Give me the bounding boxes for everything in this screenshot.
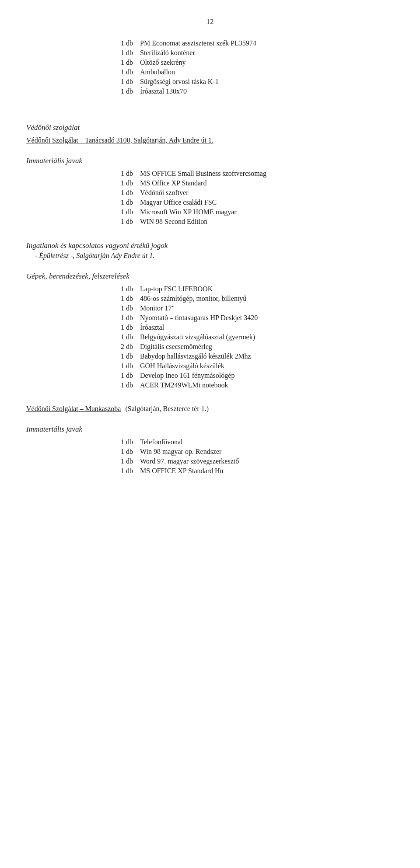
vedoi-szolgalat-heading: Védőnői szolgálat <box>26 123 394 132</box>
item-desc: PM Economat asszisztensi szék PL35974 <box>140 39 394 47</box>
list-item: 1 db Babydop hallásvizsgáló készülék 2Mh… <box>114 352 394 360</box>
item-qty: 1 db <box>114 362 140 370</box>
item-desc: Word 97. magyar szövegszerkesztő <box>140 457 394 465</box>
list-item: 1 db Develop Ineo 161 fénymásológép <box>114 372 394 380</box>
vedoi-munkaszoba-heading-row: Védőnői Szolgálat – Munkaszoba (Salgótar… <box>26 405 394 413</box>
item-desc: Microsoft Win XP HOME magyar <box>140 208 394 216</box>
immateriális-javak-list-1: 1 db MS OFFICE Small Business szoftvercs… <box>114 170 394 226</box>
gepek-heading: Gépek, berendezések, felszerelések <box>26 272 394 281</box>
item-desc: Monitor 17" <box>140 304 394 312</box>
gepek-list: 1 db Lap-top FSC LIFEBOOK 1 db 486-os sz… <box>114 285 394 389</box>
item-qty: 2 db <box>114 343 140 351</box>
item-qty: 1 db <box>114 218 140 226</box>
item-qty: 1 db <box>114 467 140 475</box>
item-qty: 1 db <box>114 438 140 446</box>
page-number: 12 <box>26 17 394 26</box>
item-desc: Belgyógyászati vizsgálóasztal (gyermek) <box>140 333 394 341</box>
item-desc: Magyar Office családi FSC <box>140 199 394 206</box>
item-qty: 1 db <box>114 68 140 76</box>
vedoi-munkaszoba-heading: Védőnői Szolgálat – Munkaszoba <box>26 405 121 412</box>
item-desc: Develop Ineo 161 fénymásológép <box>140 372 394 380</box>
item-desc: ACER TM249WLMi notebook <box>140 381 394 389</box>
item-qty: 1 db <box>114 457 140 465</box>
item-qty: 1 db <box>114 199 140 206</box>
list-item: 1 db Belgyógyászati vizsgálóasztal (gyer… <box>114 333 394 341</box>
list-item: 1 db Sürgősségi orvosi táska K-1 <box>114 78 394 86</box>
item-qty: 1 db <box>114 208 140 216</box>
list-item: 1 db ACER TM249WLMi notebook <box>114 381 394 389</box>
item-qty: 1 db <box>114 304 140 312</box>
list-item: 1 db Öltöző szekrény <box>114 59 394 66</box>
item-qty: 1 db <box>114 87 140 95</box>
item-qty: 1 db <box>114 352 140 360</box>
item-qty: 1 db <box>114 295 140 303</box>
item-qty: 1 db <box>114 39 140 47</box>
list-item: 1 db Word 97. magyar szövegszerkesztő <box>114 457 394 465</box>
list-item: 1 db GOH Hallásvizsgáló készülék <box>114 362 394 370</box>
immateriális-javak-list-2: 1 db Telefonfővonal 1 db Win 98 magyar o… <box>114 438 394 475</box>
item-qty: 1 db <box>114 285 140 293</box>
item-qty: 1 db <box>114 179 140 187</box>
ingatlanok-heading-text: Ingatlanok és kapcsolatos vagyoni értékű… <box>26 241 168 250</box>
item-desc: Öltöző szekrény <box>140 59 394 66</box>
list-item: 1 db Nyomtató – tintasugaras HP Deskjet … <box>114 314 394 322</box>
item-desc: Babydop hallásvizsgáló készülék 2Mhz <box>140 352 394 360</box>
item-desc: Ambuballon <box>140 68 394 76</box>
list-item: 1 db Win 98 magyar op. Rendszer <box>114 448 394 456</box>
item-qty: 1 db <box>114 314 140 322</box>
list-item: 1 db Íróasztal 130x70 <box>114 87 394 95</box>
list-item: 1 db Telefonfővonal <box>114 438 394 446</box>
item-desc: Win 98 magyar op. Rendszer <box>140 448 394 456</box>
ingatlanok-subheading: - Épületrész -, Salgótarján Ady Endre út… <box>35 252 394 260</box>
item-qty: 1 db <box>114 381 140 389</box>
list-item: 1 db MS OFFICE Small Business szoftvercs… <box>114 170 394 178</box>
item-desc: GOH Hallásvizsgáló készülék <box>140 362 394 370</box>
vedoi-munkaszoba-subheading-extra: (Salgótarján, Beszterce tér 1.) <box>125 405 209 412</box>
list-item: 1 db Ambuballon <box>114 68 394 76</box>
list-item: 1 db Microsoft Win XP HOME magyar <box>114 208 394 216</box>
item-qty: 1 db <box>114 324 140 331</box>
item-desc: Védőnői szoftver <box>140 189 394 197</box>
item-desc: Sürgősségi orvosi táska K-1 <box>140 78 394 86</box>
item-desc: Íróasztal <box>140 324 394 331</box>
item-desc: MS OFFICE Small Business szoftvercsomag <box>140 170 394 178</box>
item-qty: 1 db <box>114 170 140 178</box>
intro-items-list: 1 db PM Economat asszisztensi szék PL359… <box>114 39 394 95</box>
list-item: 1 db Íróasztal <box>114 324 394 331</box>
item-qty: 1 db <box>114 333 140 341</box>
item-desc: Telefonfővonal <box>140 438 394 446</box>
vedoi-szolgalat-subheading: Védőnői Szolgálat – Tanácsadó 3100, Salg… <box>26 136 394 144</box>
item-desc: Digitális csecsemőmérleg <box>140 343 394 351</box>
item-desc: WIN 98 Second Edition <box>140 218 394 226</box>
immateriális-javak-heading-2: Immateriális javak <box>26 425 394 434</box>
vedoi-szolgalat-subheading-text: Védőnői Szolgálat – Tanácsadó 3100, Salg… <box>26 136 214 144</box>
item-qty: 1 db <box>114 59 140 66</box>
item-qty: 1 db <box>114 372 140 380</box>
item-desc: Lap-top FSC LIFEBOOK <box>140 285 394 293</box>
item-desc: Sterilizáló konténer <box>140 49 394 57</box>
item-desc: Nyomtató – tintasugaras HP Deskjet 3420 <box>140 314 394 322</box>
list-item: 1 db Lap-top FSC LIFEBOOK <box>114 285 394 293</box>
item-qty: 1 db <box>114 448 140 456</box>
list-item: 1 db MS OFFICE XP Standard Hu <box>114 467 394 475</box>
item-desc: 486-os számítógép, monitor, billentyű <box>140 295 394 303</box>
list-item: 1 db WIN 98 Second Edition <box>114 218 394 226</box>
list-item: 1 db PM Economat asszisztensi szék PL359… <box>114 39 394 47</box>
list-item: 1 db Monitor 17" <box>114 304 394 312</box>
list-item: 2 db Digitális csecsemőmérleg <box>114 343 394 351</box>
immateriális-javak-heading-1: Immateriális javak <box>26 157 394 165</box>
item-desc: Íróasztal 130x70 <box>140 87 394 95</box>
item-qty: 1 db <box>114 49 140 57</box>
list-item: 1 db 486-os számítógép, monitor, billent… <box>114 295 394 303</box>
item-qty: 1 db <box>114 78 140 86</box>
item-qty: 1 db <box>114 189 140 197</box>
item-desc: MS OFFICE XP Standard Hu <box>140 467 394 475</box>
list-item: 1 db Sterilizáló konténer <box>114 49 394 57</box>
list-item: 1 db Magyar Office családi FSC <box>114 199 394 206</box>
ingatlanok-heading: Ingatlanok és kapcsolatos vagyoni értékű… <box>26 241 394 250</box>
item-desc: MS Office XP Standard <box>140 179 394 187</box>
list-item: 1 db MS Office XP Standard <box>114 179 394 187</box>
list-item: 1 db Védőnői szoftver <box>114 189 394 197</box>
